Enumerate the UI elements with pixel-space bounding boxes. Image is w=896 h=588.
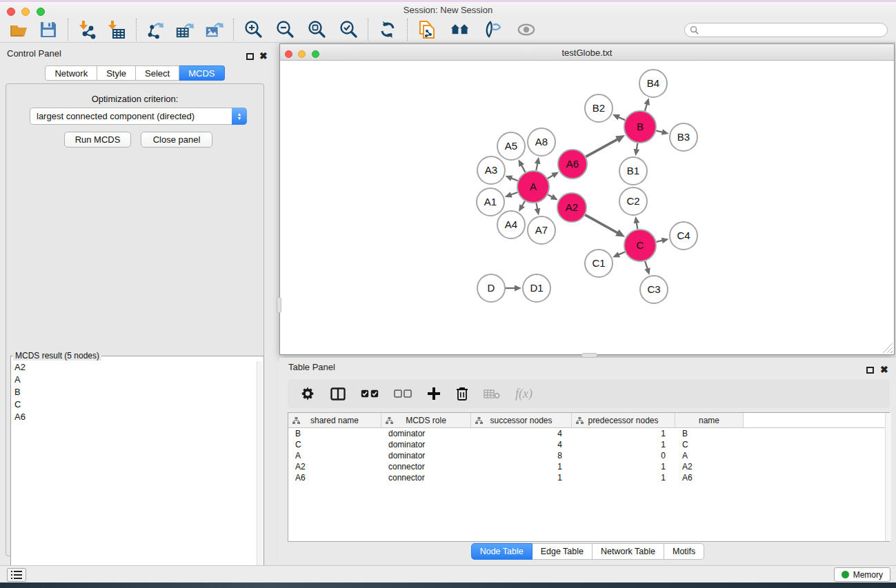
import-table-icon[interactable] xyxy=(107,20,126,39)
graph-edge-A2-C[interactable] xyxy=(585,215,617,233)
graph-edge-A-A5[interactable] xyxy=(521,165,526,172)
table-cell[interactable]: 1 xyxy=(471,473,572,483)
graph-node-B1[interactable]: B1 xyxy=(619,157,647,185)
graph-node-A8[interactable]: A8 xyxy=(528,128,555,156)
export-image-icon[interactable] xyxy=(204,20,223,39)
graph-node-A1[interactable]: A1 xyxy=(477,188,504,216)
function-builder-icon[interactable]: f(x) xyxy=(515,387,532,401)
graph-node-C[interactable]: C xyxy=(624,230,656,261)
table-float-panel-icon[interactable] xyxy=(866,364,874,376)
table-cell[interactable]: connector xyxy=(381,473,471,483)
mcds-result-item[interactable]: C xyxy=(11,398,255,410)
graph-edge-A-A7[interactable] xyxy=(536,203,537,210)
column-header-shared-name[interactable]: shared name xyxy=(288,413,381,427)
table-cell[interactable]: A2 xyxy=(675,462,744,472)
first-neighbors-icon[interactable] xyxy=(450,20,470,39)
mcds-result-item[interactable]: A xyxy=(11,373,255,385)
close-panel-button[interactable]: Close panel xyxy=(141,132,212,148)
splitter-handle-vertical[interactable] xyxy=(277,297,281,313)
graph-edge-A-A1[interactable] xyxy=(510,192,517,195)
delete-table-icon[interactable] xyxy=(484,389,500,399)
graph-edge-C-C3[interactable] xyxy=(645,261,648,270)
table-cell[interactable]: 1 xyxy=(572,473,675,483)
tab-network[interactable]: Network xyxy=(45,65,97,81)
graph-node-B3[interactable]: B3 xyxy=(670,123,697,151)
mcds-result-list[interactable]: A2ABCA6 xyxy=(11,361,255,588)
graph-node-C4[interactable]: C4 xyxy=(670,222,697,250)
graph-node-B2[interactable]: B2 xyxy=(585,94,613,122)
table-cell[interactable]: 8 xyxy=(471,451,572,460)
graph-edge-B-B3[interactable] xyxy=(656,131,662,132)
table-cell[interactable]: A2 xyxy=(288,462,381,472)
zoom-fit-icon[interactable] xyxy=(307,20,326,39)
table-settings-icon[interactable] xyxy=(300,386,315,401)
tab-select[interactable]: Select xyxy=(136,65,179,81)
float-panel-icon[interactable] xyxy=(246,50,254,63)
tab-edge-table[interactable]: Edge Table xyxy=(532,543,593,560)
task-history-button[interactable] xyxy=(7,568,26,582)
graph-node-C1[interactable]: C1 xyxy=(585,250,613,277)
tab-style[interactable]: Style xyxy=(97,65,136,81)
graph-edge-A-A4[interactable] xyxy=(522,201,525,206)
graph-node-A6[interactable]: A6 xyxy=(558,150,587,179)
splitter-handle-horizontal[interactable] xyxy=(581,353,597,358)
tab-mcds[interactable]: MCDS xyxy=(179,65,224,81)
refresh-icon[interactable] xyxy=(378,20,397,39)
show-hide-eye-icon[interactable] xyxy=(517,20,536,39)
table-row[interactable]: Adominator80A xyxy=(288,450,889,461)
graph-edge-C-C2[interactable] xyxy=(637,223,638,230)
tab-motifs[interactable]: Motifs xyxy=(664,543,704,560)
graph-edge-B-B1[interactable] xyxy=(637,143,638,150)
table-cell[interactable]: 4 xyxy=(471,429,572,438)
mcds-result-scrollbar[interactable] xyxy=(257,361,263,588)
graph-edge-C-C4[interactable] xyxy=(656,241,662,242)
table-cell[interactable]: B xyxy=(288,429,381,438)
graph-node-A3[interactable]: A3 xyxy=(477,156,505,184)
graph-node-A4[interactable]: A4 xyxy=(497,211,525,239)
network-canvas[interactable]: B4B2BB3B1A5A8A6A3AA1C2A2A4A7CC4C1C3DD1 xyxy=(280,61,894,354)
close-panel-icon[interactable]: ✖ xyxy=(259,50,268,62)
graph-node-A5[interactable]: A5 xyxy=(497,132,525,160)
table-cell[interactable]: A6 xyxy=(675,473,744,483)
split-panel-icon[interactable] xyxy=(330,387,346,401)
import-network-icon[interactable] xyxy=(78,20,97,39)
table-row[interactable]: A6connector11A6 xyxy=(288,472,889,483)
table-cell[interactable]: 1 xyxy=(471,462,572,472)
graph-node-A2[interactable]: A2 xyxy=(557,193,586,222)
table-cell[interactable]: C xyxy=(288,440,381,449)
graph-node-B[interactable]: B xyxy=(624,111,656,143)
add-column-icon[interactable] xyxy=(427,387,441,401)
table-cell[interactable]: 1 xyxy=(572,440,675,449)
graph-node-A[interactable]: A xyxy=(517,171,549,203)
table-cell[interactable]: B xyxy=(675,429,744,438)
table-cell[interactable]: A xyxy=(675,451,744,460)
run-mcds-button[interactable]: Run MCDS xyxy=(64,132,131,148)
graph-edge-C-C1[interactable] xyxy=(618,252,625,255)
table-row[interactable]: Bdominator41B xyxy=(288,428,889,439)
table-cell[interactable]: dominator xyxy=(381,429,471,438)
table-row[interactable]: A2connector11A2 xyxy=(288,461,889,472)
graph-node-D1[interactable]: D1 xyxy=(523,274,550,302)
export-network-icon[interactable] xyxy=(146,20,166,39)
graph-node-B4[interactable]: B4 xyxy=(639,70,667,97)
toggle-graphics-details-icon[interactable] xyxy=(484,20,503,39)
optimization-criterion-select[interactable]: largest connected component (directed) ▲… xyxy=(30,108,247,125)
table-cell[interactable]: A xyxy=(288,451,381,460)
export-table-icon[interactable] xyxy=(175,20,195,39)
table-cell[interactable]: connector xyxy=(381,462,471,472)
tab-node-table[interactable]: Node Table xyxy=(471,543,532,560)
mcds-result-item[interactable]: B xyxy=(11,385,255,398)
graph-node-D[interactable]: D xyxy=(477,274,505,302)
deselect-all-icon[interactable] xyxy=(394,389,412,398)
delete-column-icon[interactable] xyxy=(456,387,468,401)
open-session-icon[interactable] xyxy=(10,20,29,39)
graph-node-C2[interactable]: C2 xyxy=(619,187,647,215)
new-network-from-selection-icon[interactable] xyxy=(417,20,437,39)
table-cell[interactable]: 0 xyxy=(572,451,675,460)
graph-edge-A-A2[interactable] xyxy=(548,194,552,197)
graph-edge-A-A6[interactable] xyxy=(548,175,554,179)
table-scrollbar[interactable] xyxy=(885,413,891,541)
network-window-titlebar[interactable]: testGlobe.txt xyxy=(280,44,894,61)
save-session-icon[interactable] xyxy=(39,20,58,39)
table-cell[interactable]: C xyxy=(675,440,744,449)
